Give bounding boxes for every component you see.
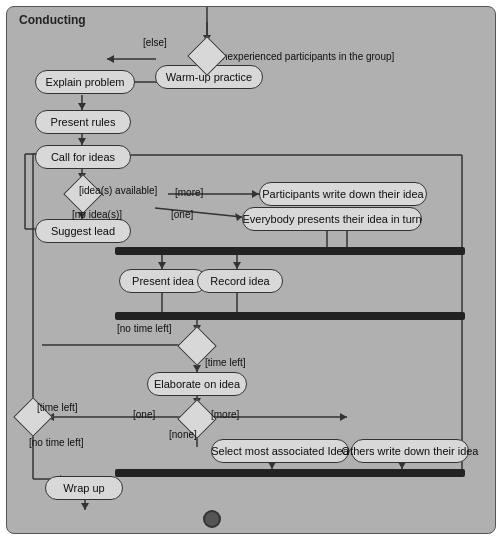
wrap-up-node: Wrap up xyxy=(45,476,123,500)
label-time-left2: [time left] xyxy=(37,402,78,413)
label-no-time-left2: [no time left] xyxy=(29,437,83,448)
svg-marker-35 xyxy=(193,365,201,372)
present-rules-node: Present rules xyxy=(35,110,131,134)
select-most-node: Select most associated Idea xyxy=(211,439,349,463)
label-one2: [one] xyxy=(133,409,155,420)
label-else: [else] xyxy=(143,37,167,48)
call-for-ideas-node: Call for ideas xyxy=(35,145,131,169)
bottom-bar xyxy=(115,469,465,477)
diagram-container: Conducting xyxy=(6,6,496,534)
label-more: [more] xyxy=(175,187,203,198)
label-ideas-available: [idea(s) available] xyxy=(79,185,157,196)
present-idea-node: Present idea xyxy=(119,269,207,293)
time-diamond xyxy=(183,332,211,360)
elaborate-node: Elaborate on idea xyxy=(147,372,247,396)
second-bar xyxy=(115,312,465,320)
svg-marker-26 xyxy=(233,262,241,269)
label-more2: [more] xyxy=(211,409,239,420)
svg-marker-54 xyxy=(81,503,89,510)
svg-marker-22 xyxy=(235,213,242,221)
svg-marker-10 xyxy=(78,138,86,145)
svg-line-21 xyxy=(155,208,242,217)
svg-marker-8 xyxy=(78,103,86,110)
top-bar xyxy=(115,247,465,255)
label-none: [none] xyxy=(169,429,197,440)
record-idea-node: Record idea xyxy=(197,269,283,293)
label-no-time-left: [no time left] xyxy=(117,323,171,334)
svg-marker-24 xyxy=(158,262,166,269)
label-one: [one] xyxy=(171,209,193,220)
label-inexperienced: [inexperienced participants in the group… xyxy=(217,51,394,62)
label-time-left: [time left] xyxy=(205,357,246,368)
svg-marker-20 xyxy=(252,190,259,198)
inexperienced-diamond xyxy=(193,42,221,70)
svg-marker-48 xyxy=(398,462,406,469)
explain-node: Explain problem xyxy=(35,70,135,94)
diagram-title: Conducting xyxy=(19,13,86,27)
label-no-ideas: [no idea(s)] xyxy=(72,209,122,220)
svg-marker-43 xyxy=(340,413,347,421)
participants-write-node: Participants write down their idea xyxy=(259,182,427,206)
everybody-presents-node: Everybody presents their idea in turn xyxy=(242,207,422,231)
end-circle xyxy=(203,510,221,528)
svg-marker-46 xyxy=(268,462,276,469)
others-write-node: Others write down their idea xyxy=(351,439,469,463)
suggest-lead-node: Suggest lead xyxy=(35,219,131,243)
svg-marker-4 xyxy=(107,55,114,63)
